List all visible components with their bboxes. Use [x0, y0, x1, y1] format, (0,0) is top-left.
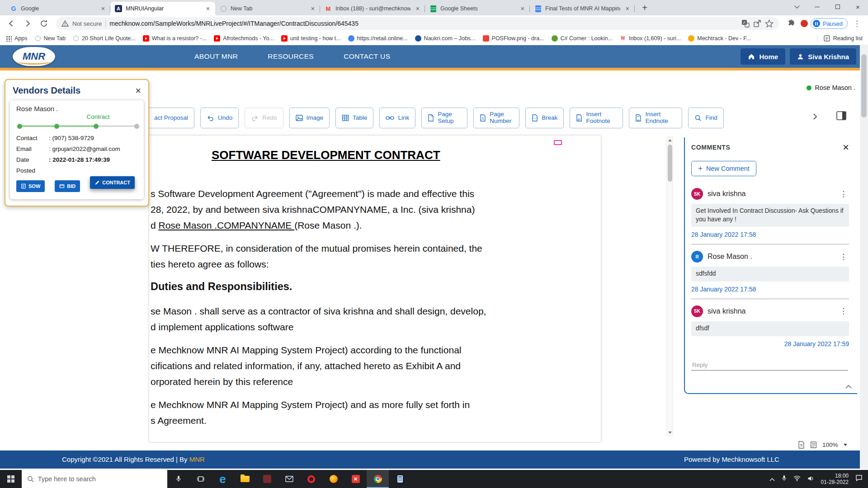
- forward-icon[interactable]: [21, 17, 34, 30]
- zoom-level[interactable]: 100%: [822, 441, 838, 448]
- bookmark-item[interactable]: What is a resistor? -...: [143, 35, 207, 42]
- page-setup-button[interactable]: Page Setup: [421, 108, 467, 128]
- bookmark-item[interactable]: MInbox (1,609) - suri...: [620, 35, 681, 42]
- tab-search-icon[interactable]: [787, 0, 807, 14]
- task-view-icon[interactable]: [189, 470, 212, 488]
- insert-image-button[interactable]: Image: [289, 108, 330, 128]
- tab-close-icon[interactable]: ×: [624, 5, 631, 12]
- find-button[interactable]: Find: [688, 108, 723, 128]
- apps-shortcut[interactable]: Apps: [5, 35, 28, 42]
- new-tab-button[interactable]: +: [638, 1, 651, 14]
- home-button[interactable]: Home: [741, 48, 785, 65]
- tab-close-icon[interactable]: ×: [414, 5, 421, 12]
- tab-google[interactable]: G Google ×: [5, 2, 110, 15]
- tab-google-docs[interactable]: Final Tests of MNR AI Mapping S ×: [530, 2, 635, 15]
- nav-about-mnr[interactable]: ABOUT MNR: [194, 52, 238, 61]
- back-icon[interactable]: [5, 17, 18, 30]
- bookmark-item[interactable]: Naukri.com – Jobs...: [415, 35, 476, 42]
- zoom-caret-icon[interactable]: [844, 444, 847, 446]
- redo-button[interactable]: Redo: [245, 108, 283, 128]
- bid-button[interactable]: BID: [55, 180, 80, 192]
- document-scrollbar[interactable]: [666, 136, 673, 436]
- taskbar-clock[interactable]: 18:00 01-28-2022: [821, 473, 849, 485]
- footer-brand-link[interactable]: MNR: [189, 455, 205, 463]
- translate-icon[interactable]: A: [741, 19, 750, 28]
- scrollbar-thumb[interactable]: [668, 145, 672, 182]
- mail-icon[interactable]: [278, 470, 300, 488]
- comment-anchor-marker[interactable]: [554, 140, 562, 145]
- address-bar[interactable]: Not secure mechknow.com/SampleWorks/MNRL…: [56, 17, 779, 30]
- reload-icon[interactable]: [37, 17, 51, 30]
- web-layout-icon[interactable]: [810, 441, 817, 449]
- nav-resources[interactable]: RESOURCES: [268, 52, 314, 61]
- firefox-icon[interactable]: [322, 470, 344, 488]
- tab-close-icon[interactable]: ×: [309, 5, 316, 12]
- start-button[interactable]: [0, 470, 22, 488]
- insert-endnote-button[interactable]: Insert Endnote: [629, 108, 682, 128]
- sync-paused-badge[interactable]: Paused: [811, 18, 848, 29]
- store-app-icon[interactable]: [256, 470, 278, 488]
- vendor-stage-slider[interactable]: [17, 123, 137, 129]
- tray-mic-icon[interactable]: [782, 475, 787, 483]
- share-icon[interactable]: [753, 19, 761, 28]
- tray-expand-icon[interactable]: [769, 475, 775, 483]
- nav-contact-us[interactable]: CONTACT US: [344, 52, 390, 61]
- taskbar-search-input[interactable]: [38, 475, 162, 483]
- reading-list-button[interactable]: Reading list: [817, 34, 863, 43]
- red-app-icon[interactable]: ✕: [344, 470, 367, 488]
- opera-icon[interactable]: [300, 470, 322, 488]
- undo-button[interactable]: Undo: [200, 108, 239, 128]
- url-text[interactable]: mechknow.com/SampleWorks/MNRLiveProject/…: [109, 20, 738, 27]
- scroll-down-icon[interactable]: [667, 429, 673, 436]
- chrome-menu-icon[interactable]: ⋮: [850, 19, 863, 28]
- document-page[interactable]: SOFTWARE DEVELOPMENT CONTRACT s Software…: [149, 136, 601, 442]
- tab-close-icon[interactable]: ×: [204, 5, 212, 12]
- sow-button[interactable]: SOW: [16, 180, 45, 192]
- taskbar-search[interactable]: [22, 470, 167, 488]
- print-layout-icon[interactable]: [798, 441, 805, 449]
- contract-button[interactable]: CONTRACT: [90, 176, 135, 189]
- edge-icon[interactable]: e: [212, 470, 234, 488]
- close-window-button[interactable]: ×: [848, 0, 868, 14]
- volume-icon[interactable]: [807, 475, 814, 483]
- tab-close-icon[interactable]: ×: [99, 5, 107, 12]
- bookmark-item[interactable]: C# Corner : Lookin...: [552, 35, 613, 42]
- bookmark-item[interactable]: Mechtrack - Dev - F...: [688, 35, 751, 42]
- reply-input[interactable]: [691, 360, 848, 371]
- scrollbar-thumb[interactable]: [861, 54, 867, 117]
- maximize-button[interactable]: [827, 0, 848, 14]
- calculator-icon[interactable]: [389, 470, 411, 488]
- new-comment-button[interactable]: + New Comment: [691, 161, 756, 176]
- toolbar-overflow-chevron-icon[interactable]: [813, 113, 817, 122]
- tab-new-tab[interactable]: New Tab ×: [215, 2, 320, 15]
- cortana-mic-icon[interactable]: [167, 470, 189, 488]
- bookmark-star-icon[interactable]: [765, 19, 774, 28]
- page-scrollbar[interactable]: [860, 45, 868, 469]
- extensions-puzzle-icon[interactable]: [784, 17, 798, 30]
- close-icon[interactable]: ×: [135, 86, 141, 95]
- page-number-button[interactable]: Page Number: [473, 108, 519, 128]
- notification-center-icon[interactable]: [855, 475, 863, 483]
- file-explorer-icon[interactable]: [234, 470, 256, 488]
- tab-gmail-inbox[interactable]: M Inbox (188) - suri@mechknowso ×: [320, 2, 425, 15]
- comments-close-icon[interactable]: ×: [843, 142, 849, 152]
- insert-footnote-button[interactable]: Insert Footnote: [570, 108, 623, 128]
- tab-close-icon[interactable]: ×: [519, 5, 526, 12]
- chrome-icon[interactable]: [367, 470, 389, 488]
- insert-break-button[interactable]: Break: [525, 108, 564, 128]
- side-panel-toggle-icon[interactable]: [836, 111, 846, 122]
- insert-table-button[interactable]: Table: [335, 108, 373, 128]
- bookmark-item[interactable]: POSFlow.png - dra...: [483, 35, 544, 42]
- minimize-button[interactable]: [807, 0, 827, 14]
- collapse-panel-icon[interactable]: [845, 382, 852, 390]
- comment-menu-icon[interactable]: ⋮: [838, 306, 849, 316]
- mnr-logo[interactable]: MNR: [13, 47, 55, 66]
- tab-google-s heets[interactable]: Google Sheets ×: [425, 2, 530, 15]
- insert-link-button[interactable]: Link: [379, 108, 415, 128]
- tab-mnruiangular[interactable]: A MNRUIAngular ×: [110, 2, 215, 15]
- network-icon[interactable]: [793, 475, 801, 483]
- comment-menu-icon[interactable]: ⋮: [838, 189, 849, 199]
- extension-badge-icon[interactable]: [801, 20, 808, 27]
- scroll-up-icon[interactable]: [667, 137, 673, 143]
- user-button[interactable]: Siva Krishna: [790, 48, 856, 65]
